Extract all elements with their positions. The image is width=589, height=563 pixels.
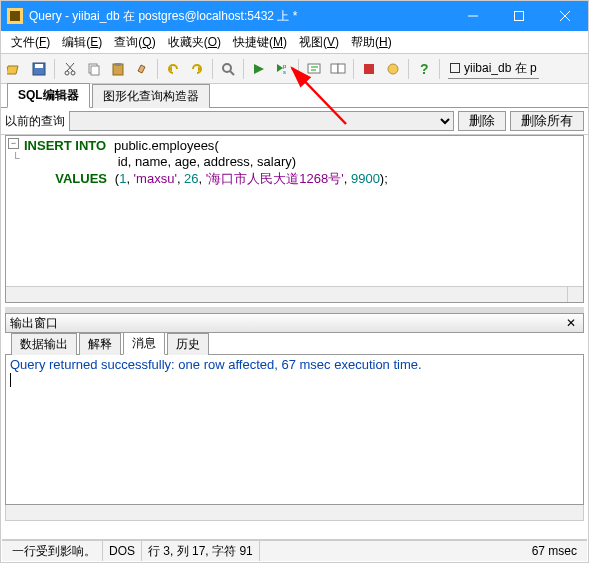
clear-icon[interactable] (131, 58, 153, 80)
db-color-chip (450, 63, 460, 73)
text-cursor (10, 373, 11, 387)
svg-line-10 (67, 63, 74, 71)
close-button[interactable] (542, 1, 588, 31)
svg-rect-23 (331, 64, 338, 73)
undo-icon[interactable] (162, 58, 184, 80)
tab-sql-editor[interactable]: SQL编辑器 (7, 83, 90, 108)
tab-explain[interactable]: 解释 (79, 333, 121, 355)
menu-file[interactable]: 文件(F) (5, 32, 56, 53)
svg-rect-3 (515, 12, 524, 21)
paste-icon[interactable] (107, 58, 129, 80)
svg-point-8 (65, 71, 69, 75)
open-icon[interactable] (4, 58, 26, 80)
menu-bar: 文件(F) 编辑(E) 查询(Q) 收藏夹(O) 快捷键(M) 视图(V) 帮助… (1, 31, 588, 54)
toolbar-separator (439, 59, 440, 79)
svg-rect-20 (308, 64, 320, 73)
window-title: Query - yiibai_db 在 postgres@localhost:5… (29, 8, 450, 25)
status-encoding: DOS (103, 541, 142, 561)
app-icon (7, 8, 23, 24)
cancel-icon[interactable] (358, 58, 380, 80)
previous-query-row: 以前的查询 删除 删除所有 (1, 108, 588, 135)
status-rows-affected: 一行受到影响。 (6, 541, 103, 561)
fold-icon[interactable]: − (8, 138, 19, 149)
title-bar: Query - yiibai_db 在 postgres@localhost:5… (1, 1, 588, 31)
output-scrollbar[interactable] (5, 505, 584, 521)
svg-rect-15 (115, 63, 121, 66)
db-selector-label: yiibai_db 在 p (464, 60, 537, 77)
cut-icon[interactable] (59, 58, 81, 80)
fold-end-icon: └ (12, 152, 20, 164)
svg-rect-1 (10, 11, 20, 21)
output-pane-title: 输出窗口 (10, 315, 563, 332)
svg-point-16 (223, 64, 231, 72)
sql-editor-text[interactable]: −└INSERT INTO public.employees( id, name… (6, 136, 583, 286)
toolbar-separator (212, 59, 213, 79)
prev-query-label: 以前的查询 (5, 113, 65, 130)
toolbar-separator (54, 59, 55, 79)
toolbar: ps ? yiibai_db 在 p (1, 54, 588, 84)
explain-icon[interactable] (303, 58, 325, 80)
help-icon[interactable]: ? (413, 58, 435, 80)
prev-query-delete-all-button[interactable]: 删除所有 (510, 111, 584, 131)
copy-icon[interactable] (83, 58, 105, 80)
maximize-button[interactable] (496, 1, 542, 31)
menu-shortcuts[interactable]: 快捷键(M) (227, 32, 293, 53)
tab-data-output[interactable]: 数据输出 (11, 333, 77, 355)
tab-history[interactable]: 历史 (167, 333, 209, 355)
menu-query[interactable]: 查询(Q) (108, 32, 161, 53)
editor-scrollbar[interactable] (6, 286, 583, 302)
menu-edit[interactable]: 编辑(E) (56, 32, 108, 53)
svg-text:s: s (283, 69, 286, 75)
prev-query-delete-button[interactable]: 删除 (458, 111, 506, 131)
output-close-icon[interactable]: ✕ (563, 316, 579, 330)
sql-editor: −└INSERT INTO public.employees( id, name… (5, 135, 584, 303)
save-icon[interactable] (28, 58, 50, 80)
svg-rect-24 (338, 64, 345, 73)
redo-icon[interactable] (186, 58, 208, 80)
tab-messages[interactable]: 消息 (123, 332, 165, 355)
toolbar-separator (298, 59, 299, 79)
toolbar-separator (353, 59, 354, 79)
explain-analyze-icon[interactable] (327, 58, 349, 80)
svg-text:?: ? (420, 61, 429, 77)
svg-point-9 (71, 71, 75, 75)
minimize-button[interactable] (450, 1, 496, 31)
svg-rect-13 (91, 66, 99, 75)
toolbar-separator (408, 59, 409, 79)
menu-view[interactable]: 视图(V) (293, 32, 345, 53)
execute-icon[interactable] (248, 58, 270, 80)
toolbar-separator (243, 59, 244, 79)
svg-rect-25 (364, 64, 374, 74)
commit-icon[interactable] (382, 58, 404, 80)
output-messages[interactable]: Query returned successfully: one row aff… (5, 355, 584, 505)
prev-query-select[interactable] (69, 111, 454, 131)
svg-point-26 (388, 64, 398, 74)
menu-help[interactable]: 帮助(H) (345, 32, 398, 53)
tab-graphical-query[interactable]: 图形化查询构造器 (92, 84, 210, 108)
output-pane-header: 输出窗口 ✕ (5, 313, 584, 333)
editor-tabs: SQL编辑器 图形化查询构造器 (1, 84, 588, 108)
status-bar: 一行受到影响。 DOS 行 3, 列 17, 字符 91 67 msec (2, 539, 587, 561)
execute-pgscript-icon[interactable]: ps (272, 58, 294, 80)
toolbar-separator (157, 59, 158, 79)
svg-line-11 (66, 63, 73, 71)
status-cursor-pos: 行 3, 列 17, 字符 91 (142, 541, 260, 561)
find-icon[interactable] (217, 58, 239, 80)
db-selector[interactable]: yiibai_db 在 p (448, 59, 539, 79)
menu-favorites[interactable]: 收藏夹(O) (162, 32, 227, 53)
svg-line-17 (230, 71, 234, 75)
output-tabs: 数据输出 解释 消息 历史 (5, 333, 584, 355)
status-timing: 67 msec (526, 541, 583, 561)
svg-rect-7 (35, 64, 43, 68)
